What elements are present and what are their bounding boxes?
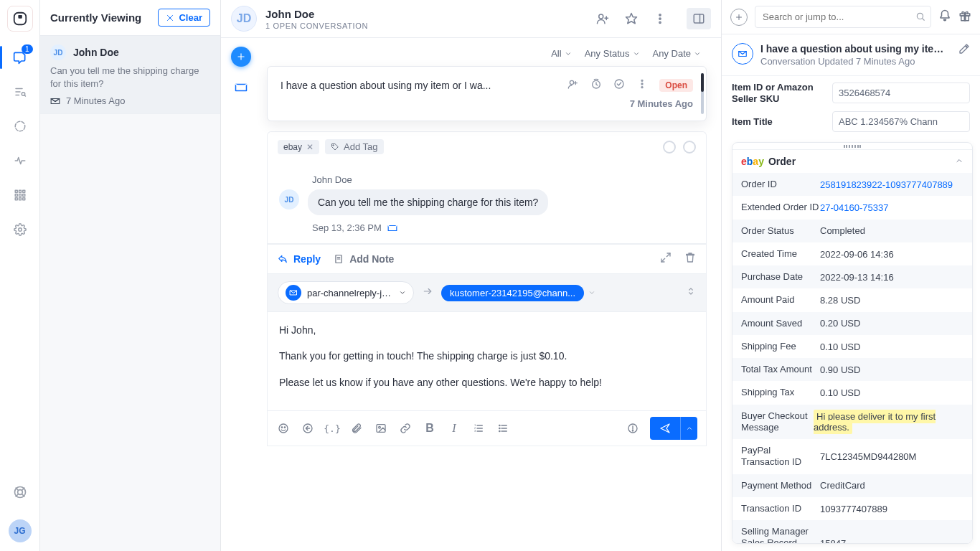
- inbox-badge: 1: [22, 44, 33, 54]
- subject-card[interactable]: I have a question about using my item or…: [267, 66, 707, 121]
- nav-settings[interactable]: [0, 212, 40, 247]
- done-icon[interactable]: [613, 78, 625, 93]
- expand-icon[interactable]: [660, 252, 672, 266]
- order-row: Order ID258191823922-1093777407889: [732, 173, 972, 196]
- filter-date[interactable]: Any Date: [653, 48, 701, 59]
- italic-icon[interactable]: I: [447, 421, 461, 435]
- order-value[interactable]: 27-04160-75337: [820, 202, 963, 213]
- emoji-icon[interactable]: [276, 421, 291, 435]
- nav-insights[interactable]: [0, 109, 40, 143]
- svg-rect-9: [19, 190, 21, 192]
- sidebar: Currently Viewing Clear JD John Doe Can …: [40, 0, 221, 551]
- order-key: Shipping Fee: [741, 341, 820, 352]
- order-row: Buyer Checkout MessageHi please deliver …: [732, 405, 972, 440]
- ol-icon[interactable]: 123: [471, 421, 486, 435]
- svg-rect-16: [22, 198, 24, 200]
- svg-rect-31: [694, 14, 704, 23]
- tab-note[interactable]: Add Note: [334, 253, 394, 265]
- reply-editor[interactable]: Hi John, Thank you for getting in touch!…: [268, 312, 706, 410]
- svg-point-64: [499, 425, 500, 426]
- trash-icon[interactable]: [684, 252, 696, 266]
- status-badge: Open: [659, 79, 693, 92]
- from-address[interactable]: par-channelreply-jordi su...: [278, 281, 414, 304]
- to-address[interactable]: kustomer-23142195@chann...: [441, 285, 584, 301]
- sort-icon[interactable]: [686, 286, 696, 299]
- ebay-logo: ebay: [741, 156, 764, 167]
- clear-button[interactable]: Clear: [158, 9, 210, 27]
- add-button[interactable]: [730, 9, 748, 26]
- attach-icon[interactable]: [349, 421, 364, 435]
- filter-all[interactable]: All: [551, 48, 571, 59]
- svg-point-28: [659, 14, 661, 16]
- search-input[interactable]: [755, 6, 931, 28]
- order-value: 1093777407889: [820, 504, 963, 514]
- panel-toggle-icon[interactable]: [687, 8, 711, 29]
- ul-icon[interactable]: [496, 421, 510, 435]
- tab-reply[interactable]: Reply: [278, 253, 321, 265]
- image-icon[interactable]: [374, 421, 388, 435]
- timeline-mail-icon[interactable]: [235, 81, 248, 97]
- nav-rail: " 1 JG: [0, 0, 40, 551]
- order-key: Amount Saved: [741, 318, 820, 329]
- add-conversation-button[interactable]: [231, 47, 251, 67]
- knowledge-icon[interactable]: [626, 421, 640, 435]
- message-time: Sep 13, 2:36 PM: [312, 222, 382, 233]
- nav-search[interactable]: [0, 75, 40, 109]
- snippet-icon[interactable]: {.}: [325, 421, 339, 435]
- user-avatar[interactable]: JG: [9, 519, 32, 542]
- order-value[interactable]: 258191823922-1093777407889: [820, 179, 963, 190]
- item-title-input[interactable]: [832, 111, 970, 132]
- header-sub: 1 OPEN CONVERSATION: [265, 22, 368, 30]
- status-circle[interactable]: [663, 141, 676, 154]
- chevron-down-icon[interactable]: [588, 289, 595, 296]
- snooze-icon[interactable]: [590, 78, 602, 93]
- header-name: John Doe: [265, 8, 368, 20]
- bold-icon[interactable]: B: [423, 421, 437, 435]
- mail-icon: [286, 285, 301, 301]
- editor-toolbar: {.} B I 123: [268, 410, 706, 446]
- order-key: Shipping Tax: [741, 387, 820, 398]
- nav-help[interactable]: [0, 475, 40, 509]
- star-icon[interactable]: [623, 11, 639, 27]
- filter-status[interactable]: Any Status: [585, 48, 640, 59]
- nav-pulse[interactable]: [0, 143, 40, 178]
- add-tag-button[interactable]: Add Tag: [325, 139, 383, 154]
- message-avatar: JD: [279, 189, 299, 209]
- item-id-label: Item ID or Amazon Seller SKU: [732, 82, 825, 104]
- shortcut-icon[interactable]: [301, 421, 315, 435]
- status-circle[interactable]: [683, 141, 696, 154]
- conversation-item[interactable]: JD John Doe Can you tell me the shipping…: [40, 36, 220, 114]
- insight-title: I have a question about using my item ..…: [760, 43, 951, 55]
- send-button[interactable]: [650, 417, 680, 440]
- header-avatar[interactable]: JD: [231, 6, 257, 32]
- search-box[interactable]: [755, 6, 931, 28]
- svg-point-7: [15, 121, 25, 131]
- remove-tag-icon[interactable]: ✕: [306, 142, 314, 152]
- card-more-icon[interactable]: [636, 78, 648, 93]
- app-logo[interactable]: ": [7, 6, 33, 32]
- card-scrollbar[interactable]: [701, 73, 704, 114]
- arrow-right-icon: [423, 286, 433, 299]
- bell-icon[interactable]: [938, 9, 951, 25]
- tag-ebay[interactable]: ebay✕: [278, 140, 319, 154]
- order-header[interactable]: ebay Order: [732, 150, 972, 173]
- item-id-input[interactable]: [832, 83, 970, 103]
- more-icon[interactable]: [652, 11, 668, 27]
- editor-line: Thank you for getting in touch! The ship…: [279, 348, 694, 364]
- svg-line-20: [16, 488, 18, 490]
- nav-inbox[interactable]: 1: [0, 40, 40, 75]
- assign-icon[interactable]: [595, 11, 611, 27]
- svg-rect-12: [19, 194, 21, 197]
- gift-icon[interactable]: [958, 9, 971, 25]
- clear-label: Clear: [179, 12, 202, 23]
- message-from: John Doe: [312, 174, 694, 185]
- drag-handle[interactable]: [732, 143, 972, 150]
- followers-icon[interactable]: [567, 78, 579, 93]
- chevron-up-icon[interactable]: [955, 156, 963, 167]
- svg-line-46: [661, 258, 665, 262]
- link-icon[interactable]: [398, 421, 413, 435]
- nav-apps[interactable]: [0, 178, 40, 212]
- svg-marker-27: [626, 14, 637, 24]
- edit-icon[interactable]: [958, 43, 970, 57]
- send-dropdown[interactable]: [680, 417, 697, 440]
